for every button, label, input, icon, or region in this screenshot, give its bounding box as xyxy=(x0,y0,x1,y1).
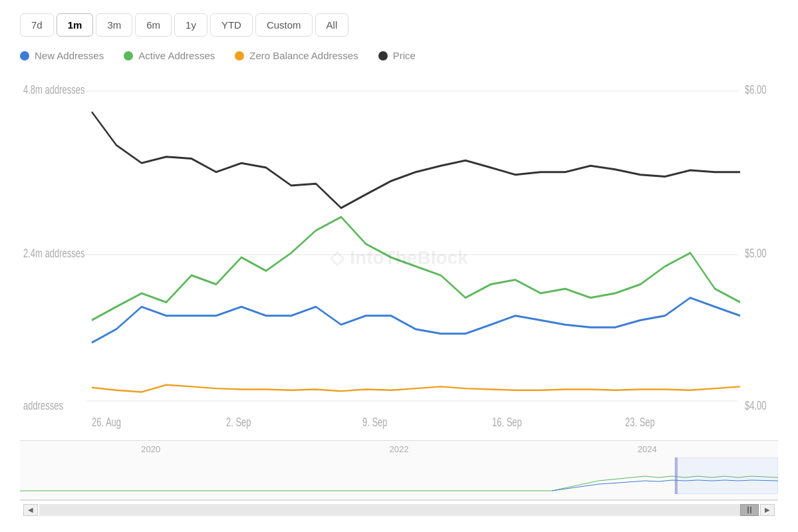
time-btn-1m[interactable]: 1m xyxy=(57,13,94,37)
legend-item-new: New Addresses xyxy=(20,50,104,61)
svg-text:4.8m addresses: 4.8m addresses xyxy=(23,83,85,96)
chart-legend: New AddressesActive AddressesZero Balanc… xyxy=(20,50,778,61)
time-btn-custom[interactable]: Custom xyxy=(255,13,313,37)
time-btn-all[interactable]: All xyxy=(315,13,349,37)
svg-text:$6.00: $6.00 xyxy=(745,83,767,96)
legend-dot-zero xyxy=(235,51,244,61)
nav-label-2024: 2024 xyxy=(638,444,657,454)
navigator-svg xyxy=(20,458,778,494)
legend-item-zero: Zero Balance Addresses xyxy=(235,50,358,61)
svg-text:$5.00: $5.00 xyxy=(745,247,767,259)
navigator: 2020 2022 2024 xyxy=(20,440,778,500)
nav-label-2022: 2022 xyxy=(390,444,409,454)
time-btn-1y[interactable]: 1y xyxy=(174,13,207,37)
navigator-labels: 2020 2022 2024 xyxy=(20,441,778,458)
legend-label-zero: Zero Balance Addresses xyxy=(249,50,358,61)
svg-rect-15 xyxy=(675,458,678,494)
svg-rect-14 xyxy=(675,458,778,494)
scroll-thumb[interactable] xyxy=(740,504,759,516)
legend-item-price: Price xyxy=(378,50,416,61)
time-btn-6m[interactable]: 6m xyxy=(135,13,172,37)
svg-text:16. Sep: 16. Sep xyxy=(492,416,522,428)
time-range-selector: 7d1m3m6m1yYTDCustomAll xyxy=(20,13,778,37)
scrollbar: ◀ ▶ xyxy=(20,500,778,519)
nav-label-2020: 2020 xyxy=(141,444,160,454)
page-container: 7d1m3m6m1yYTDCustomAll New AddressesActi… xyxy=(0,0,798,532)
legend-label-new: New Addresses xyxy=(35,50,104,61)
legend-dot-new xyxy=(20,51,29,61)
main-chart-area: ◇ IntoTheBlock 4.8m addresses 2.4m addre… xyxy=(20,78,778,437)
svg-text:2.4m addresses: 2.4m addresses xyxy=(23,247,85,259)
legend-label-active: Active Addresses xyxy=(138,50,215,61)
legend-dot-active xyxy=(124,51,133,61)
chart-wrapper: ◇ IntoTheBlock 4.8m addresses 2.4m addre… xyxy=(20,78,778,519)
main-chart-svg: 4.8m addresses 2.4m addresses addresses … xyxy=(20,78,778,437)
svg-text:9. Sep: 9. Sep xyxy=(362,416,388,428)
svg-text:26. Aug: 26. Aug xyxy=(92,416,121,428)
svg-text:addresses: addresses xyxy=(23,400,63,412)
time-btn-3m[interactable]: 3m xyxy=(96,13,132,37)
scroll-left-button[interactable]: ◀ xyxy=(23,504,38,516)
time-btn-ytd[interactable]: YTD xyxy=(210,13,253,37)
scroll-track[interactable] xyxy=(39,504,759,516)
scroll-right-button[interactable]: ▶ xyxy=(760,504,775,516)
svg-text:2. Sep: 2. Sep xyxy=(226,416,251,428)
time-btn-7d[interactable]: 7d xyxy=(20,13,54,37)
legend-label-price: Price xyxy=(393,50,416,61)
legend-item-active: Active Addresses xyxy=(124,50,215,61)
svg-text:$4.00: $4.00 xyxy=(745,400,767,412)
legend-dot-price xyxy=(378,51,388,61)
scroll-thumb-grip xyxy=(747,507,751,513)
svg-text:23. Sep: 23. Sep xyxy=(625,416,655,428)
